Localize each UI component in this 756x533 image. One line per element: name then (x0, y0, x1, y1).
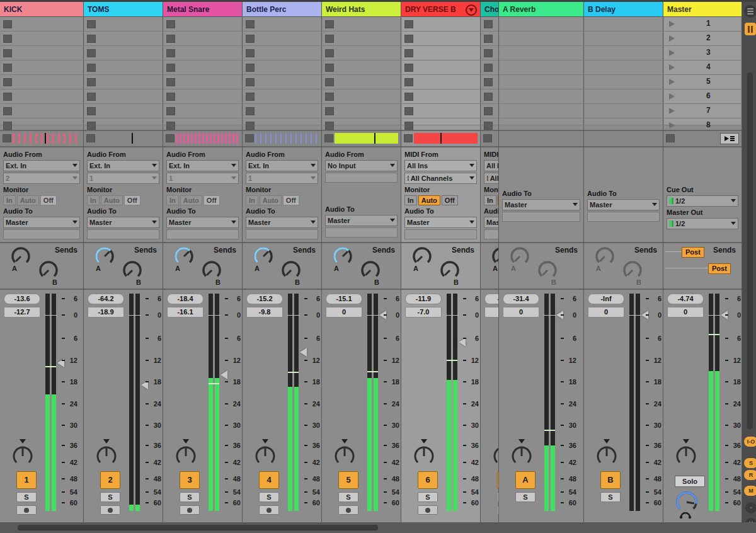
scene-row[interactable]: 1 (664, 17, 741, 32)
solo-button[interactable]: Solo (675, 476, 705, 487)
pan-knob[interactable] (672, 438, 700, 468)
clip-slot[interactable] (164, 118, 241, 125)
clip-slot[interactable] (243, 60, 321, 75)
monitor-in-button[interactable]: In (484, 195, 496, 205)
menu-icon[interactable] (744, 5, 756, 18)
track-header[interactable]: B Delay (584, 2, 663, 17)
track-activator-button[interactable]: 5 (338, 471, 358, 489)
clip-stop-button[interactable] (86, 134, 95, 142)
pan-knob[interactable] (490, 438, 499, 468)
output-dropdown[interactable]: Master (502, 199, 580, 210)
pan-knob[interactable] (93, 438, 120, 468)
track-activator-button[interactable]: 6 (418, 471, 438, 489)
send-knob-a[interactable]: A (490, 244, 499, 273)
cue-meter-button[interactable] (745, 23, 756, 35)
record-arm-button[interactable] (180, 505, 200, 515)
pre-post-toggle-a[interactable]: Post (682, 247, 704, 258)
clip-slot[interactable] (585, 118, 662, 125)
clip-slot[interactable] (164, 17, 241, 32)
clip-stop-button[interactable] (404, 49, 413, 57)
clip-stop-button[interactable] (3, 93, 12, 101)
solo-button[interactable]: S (16, 492, 37, 502)
scene-play-icon[interactable] (669, 21, 675, 27)
clip-slot[interactable] (164, 89, 241, 104)
clip-slot[interactable] (1, 75, 83, 89)
send-knob-a[interactable]: A (93, 244, 117, 273)
monitor-in-button[interactable]: In (87, 195, 100, 205)
clip-slot[interactable] (1, 60, 83, 75)
clip-slot[interactable] (500, 104, 583, 118)
clip-slot[interactable] (84, 75, 162, 89)
clip-stop-button[interactable] (404, 107, 413, 115)
clip-stop-button[interactable] (87, 20, 96, 28)
scene-row[interactable]: 8 (664, 118, 741, 125)
input-channel-dropdown[interactable]: 2 (3, 173, 80, 184)
monitor-auto-button[interactable]: Auto (180, 195, 202, 205)
clip-slot[interactable] (500, 75, 583, 89)
show-s-toggle[interactable]: S (744, 458, 756, 468)
clip-slot[interactable] (585, 32, 662, 46)
output-dropdown[interactable]: Master (3, 217, 80, 228)
clip-stop-button[interactable] (166, 93, 175, 101)
monitor-off-button[interactable]: Off (124, 195, 140, 205)
peak-level-display[interactable]: -18.4 (167, 294, 203, 304)
clip-slot[interactable] (402, 60, 479, 75)
clip-slot[interactable] (243, 118, 321, 125)
scene-row[interactable]: 7 (664, 104, 741, 118)
send-knob-a[interactable]: A (251, 244, 275, 273)
clip-slot[interactable] (1, 32, 83, 46)
send-knob-a[interactable]: A (508, 244, 532, 273)
scene-play-icon[interactable] (669, 122, 675, 129)
clip-stop-button[interactable] (325, 107, 334, 115)
scene-row[interactable]: 5 (664, 75, 741, 89)
input-dropdown[interactable]: All Ins (484, 160, 499, 171)
clip-slot[interactable] (84, 46, 162, 60)
record-arm-button[interactable] (418, 505, 438, 515)
clip-stop-button[interactable] (87, 64, 96, 72)
volume-display[interactable]: -12.7 (4, 307, 40, 318)
solo-button[interactable]: S (180, 492, 200, 502)
clip-slot[interactable] (323, 60, 400, 75)
monitor-auto-button[interactable]: Auto (418, 195, 440, 205)
clip-slot[interactable] (481, 32, 499, 46)
clip-slot[interactable] (402, 118, 479, 125)
clip-slot[interactable] (243, 75, 321, 89)
clip-slot[interactable] (1, 104, 83, 118)
track-header[interactable]: Master (663, 2, 742, 17)
monitor-off-button[interactable]: Off (40, 195, 57, 205)
track-activator-button[interactable]: 2 (100, 471, 120, 489)
output-dropdown[interactable]: Master (587, 199, 660, 210)
clip-stop-button[interactable] (87, 78, 96, 86)
clip-stop-button[interactable] (484, 49, 493, 57)
clip-slot[interactable] (500, 118, 583, 125)
clip-slot[interactable] (500, 46, 583, 60)
clip-stop-button[interactable] (3, 107, 12, 115)
show-m-toggle[interactable]: M (744, 486, 756, 496)
send-knob-b[interactable]: B (200, 258, 224, 287)
output-dropdown[interactable]: Master (246, 217, 318, 228)
peak-level-display[interactable]: -11.9 (405, 294, 442, 304)
record-arm-button[interactable] (259, 505, 279, 515)
clip-stop-button[interactable] (87, 35, 96, 43)
record-arm-button[interactable] (16, 505, 37, 515)
send-knob-b[interactable]: B (438, 258, 462, 287)
scene-play-icon[interactable] (669, 93, 675, 100)
clip-stop-button[interactable] (3, 134, 11, 142)
monitor-in-button[interactable]: In (166, 195, 179, 205)
clip-slot[interactable] (402, 89, 479, 104)
clip-slot[interactable] (164, 75, 241, 89)
volume-display[interactable]: -7.0 (405, 307, 442, 318)
clip-stop-button[interactable] (324, 134, 333, 142)
clip-slot[interactable] (481, 89, 499, 104)
clip-stop-button[interactable] (166, 35, 175, 43)
track-activator-button[interactable]: 4 (259, 471, 279, 489)
clip-slot[interactable] (402, 32, 479, 46)
clip-slot[interactable] (323, 17, 400, 32)
track-header[interactable]: KICK (0, 2, 83, 17)
input-channel-dropdown[interactable]: 1 (166, 173, 239, 184)
clip-stop-button[interactable] (87, 49, 96, 57)
clip-slot[interactable] (323, 89, 400, 104)
peak-level-display[interactable]: -15.1 (326, 294, 362, 304)
clip-stop-button[interactable] (483, 134, 492, 142)
clip-slot[interactable] (164, 60, 241, 75)
